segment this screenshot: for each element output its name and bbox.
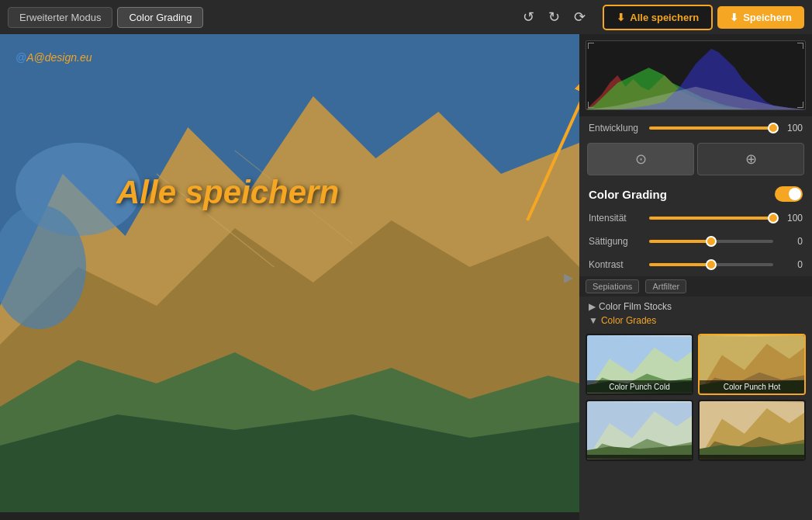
thumb-extra2-label bbox=[700, 455, 804, 459]
sattigung-value: 0 bbox=[779, 236, 803, 247]
svg-marker-1 bbox=[0, 96, 579, 520]
thumb-extra1-label bbox=[587, 455, 692, 459]
svg-marker-2 bbox=[0, 220, 579, 520]
save-all-label: Alle speichern bbox=[630, 12, 699, 23]
redo-button[interactable]: ↻ bbox=[548, 10, 560, 24]
watermark-domain: design.eu bbox=[45, 51, 92, 64]
save-label: Speichern bbox=[743, 12, 792, 23]
sattigung-fill bbox=[649, 240, 711, 243]
hist-corner-tl bbox=[588, 43, 594, 49]
hist-corner-br bbox=[797, 102, 803, 108]
watermark: @A@design.eu bbox=[16, 51, 92, 64]
tree-label-color-grades: Color Grades bbox=[601, 315, 656, 326]
icon-tab-wheel[interactable]: ⊙ bbox=[587, 143, 694, 175]
mountain-scene: @A@design.eu Alle speichern bbox=[0, 34, 579, 520]
color-grading-toggle[interactable] bbox=[775, 186, 803, 202]
kontrast-value: 0 bbox=[779, 259, 803, 270]
tree-arrow-color-film: ▶ bbox=[589, 301, 596, 312]
sattigung-label: Sättigung bbox=[589, 236, 643, 247]
histogram-container bbox=[579, 34, 812, 116]
topbar: Erweiterter Modus Color Grading ↺ ↻ ⟳ ⬇ … bbox=[0, 0, 812, 34]
intensitat-value: 100 bbox=[779, 213, 803, 224]
preset-tab-sepiations[interactable]: Sepiations bbox=[586, 279, 639, 293]
tree-item-color-film[interactable]: ▶ Color Film Stocks bbox=[586, 300, 806, 314]
thumb-extra-1[interactable] bbox=[586, 400, 693, 461]
intensitat-row: Intensität 100 bbox=[579, 206, 812, 230]
tree-label-color-film: Color Film Stocks bbox=[599, 301, 672, 312]
kontrast-fill bbox=[649, 263, 711, 266]
entwicklung-row: Entwicklung 100 bbox=[579, 116, 812, 140]
intensitat-fill bbox=[649, 217, 773, 220]
svg-line-10 bbox=[527, 65, 579, 220]
watermark-highlight: A@ bbox=[26, 51, 45, 64]
category-tree: ▶ Color Film Stocks ▼ Color Grades bbox=[579, 296, 812, 331]
topbar-icon-group: ↺ ↻ ⟳ bbox=[523, 10, 586, 24]
thumbnails-grid: Color Punch Cold Color Punch Hot bbox=[579, 331, 812, 467]
hist-corner-bl bbox=[588, 102, 594, 108]
target-icon: ⊕ bbox=[745, 151, 757, 168]
presets-bar: Sepiations Artfilter bbox=[579, 276, 812, 296]
tree-item-color-grades[interactable]: ▼ Color Grades bbox=[586, 314, 806, 328]
sattigung-slider[interactable] bbox=[649, 240, 773, 243]
toggle-knob bbox=[789, 188, 801, 200]
histogram-box bbox=[586, 40, 806, 110]
canvas-scrollbar[interactable] bbox=[0, 512, 579, 520]
kontrast-thumb[interactable] bbox=[706, 259, 717, 270]
right-panel: Entwicklung 100 ⊙ ⊕ Color Grading I bbox=[579, 34, 812, 520]
kontrast-label: Kontrast bbox=[589, 259, 643, 270]
svg-point-8 bbox=[0, 205, 86, 329]
canvas-area: @A@design.eu Alle speichern ▶ bbox=[0, 34, 579, 520]
overlay-text: Alle speichern bbox=[116, 174, 339, 211]
entwicklung-value: 100 bbox=[779, 123, 803, 133]
thumb-color-punch-hot[interactable]: Color Punch Hot bbox=[698, 334, 806, 395]
preset-tab-artfilter[interactable]: Artfilter bbox=[645, 279, 686, 293]
wheel-icon: ⊙ bbox=[635, 151, 647, 168]
save-button[interactable]: ⬇ Speichern bbox=[717, 6, 804, 29]
reset-button[interactable]: ⟳ bbox=[574, 10, 586, 24]
icon-tab-target[interactable]: ⊕ bbox=[697, 143, 804, 175]
undo-button[interactable]: ↺ bbox=[523, 10, 534, 24]
svg-marker-4 bbox=[0, 414, 579, 520]
canvas-background-svg bbox=[0, 34, 579, 520]
thumb-extra2-svg bbox=[700, 401, 804, 459]
svg-marker-3 bbox=[0, 352, 579, 520]
scroll-right-arrow[interactable]: ▶ bbox=[564, 270, 573, 285]
intensitat-slider[interactable] bbox=[649, 217, 773, 220]
entwicklung-label: Entwicklung bbox=[589, 123, 643, 133]
thumb-extra2-image bbox=[700, 401, 804, 459]
tree-arrow-color-grades: ▼ bbox=[589, 315, 598, 326]
icon-tabs: ⊙ ⊕ bbox=[587, 143, 804, 175]
histogram-svg bbox=[586, 41, 805, 109]
sattigung-row: Sättigung 0 bbox=[579, 230, 812, 253]
sattigung-thumb[interactable] bbox=[706, 236, 717, 247]
thumb-extra1-image bbox=[587, 401, 692, 459]
svg-rect-0 bbox=[0, 34, 579, 520]
color-grading-title: Color Grading bbox=[589, 188, 769, 201]
thumb-hot-label: Color Punch Hot bbox=[700, 380, 804, 393]
kontrast-slider[interactable] bbox=[649, 263, 773, 266]
save-icon: ⬇ bbox=[730, 12, 738, 23]
arrow-annotation bbox=[310, 57, 579, 244]
hist-corner-tr bbox=[797, 43, 803, 49]
main-layout: @A@design.eu Alle speichern ▶ bbox=[0, 34, 812, 520]
thumb-color-punch-cold[interactable]: Color Punch Cold bbox=[586, 334, 693, 395]
save-all-button[interactable]: ⬇ Alle speichern bbox=[603, 5, 713, 30]
intensitat-thumb[interactable] bbox=[768, 213, 779, 224]
thumb-extra-2[interactable] bbox=[698, 400, 806, 461]
tab-color-grading[interactable]: Color Grading bbox=[117, 7, 203, 28]
entwicklung-slider[interactable] bbox=[649, 127, 773, 130]
entwicklung-thumb[interactable] bbox=[768, 123, 779, 133]
save-all-icon: ⬇ bbox=[617, 12, 625, 23]
intensitat-label: Intensität bbox=[589, 213, 643, 224]
tab-erweiterter-modus[interactable]: Erweiterter Modus bbox=[8, 7, 112, 28]
color-grading-section-header: Color Grading bbox=[579, 179, 812, 206]
thumb-cold-label: Color Punch Cold bbox=[587, 380, 692, 393]
kontrast-row: Kontrast 0 bbox=[579, 253, 812, 276]
thumb-extra1-svg bbox=[587, 401, 692, 459]
entwicklung-fill bbox=[649, 127, 773, 130]
